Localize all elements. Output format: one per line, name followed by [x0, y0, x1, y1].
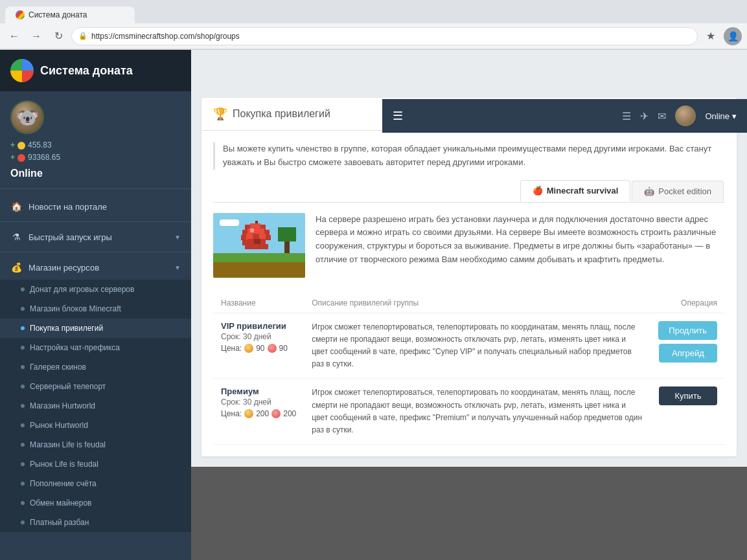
sidebar: Система доната 🐨 + 455.83 + 93368.65 Onl… [0, 50, 191, 560]
submenu-item-miners-exchange[interactable]: Обмен майнеров [0, 493, 191, 513]
submenu-label-skins: Галерея скинов [30, 363, 86, 372]
server-info: На сервере разрешено играть без установк… [213, 213, 725, 278]
server-image [213, 213, 305, 278]
home-icon: 🏠 [10, 201, 22, 212]
table-row: VIP привилегии Срок: 30 дней Цена: 90 [213, 313, 725, 379]
mail-icon[interactable]: ✉ [658, 110, 666, 122]
header-right: ☰ ✈ ✉ Online ▾ [622, 106, 737, 126]
submenu-item-skins[interactable]: Галерея скинов [0, 357, 191, 377]
nav-section: 🏠 Новости на портале ⚗ Быстрый запуск иг… [0, 189, 191, 537]
submenu-label-top-up: Пополнение счёта [30, 479, 97, 488]
balance-plus-2: + [10, 151, 15, 164]
avatar: 🐨 [10, 100, 44, 134]
dot-icon [21, 521, 25, 524]
svg-rect-1 [220, 219, 239, 226]
browser-toolbar: ← → ↻ 🔒 https://cmsminecraftshop.com/sho… [0, 23, 747, 49]
submenu-label-paid-ban: Платный разбан [30, 518, 89, 527]
sidebar-item-label-resource-shop: Магазин ресурсов [29, 263, 99, 273]
premium-price-label: Цена: [221, 409, 242, 418]
sidebar-item-quicklaunch[interactable]: ⚗ Быстрый запуск игры ▼ [0, 225, 191, 249]
col-header-desc: Описание привилегий группы [304, 293, 650, 313]
tab-pocket-edition[interactable]: 🤖 Pocket edition [632, 181, 724, 201]
vip-desc-cell: Игрок сможет телепортироваться, телепорт… [304, 313, 650, 379]
premium-price-gems: 200 [283, 409, 296, 418]
back-button[interactable]: ← [5, 27, 23, 45]
svg-rect-14 [259, 229, 264, 234]
sidebar-item-news[interactable]: 🏠 Новости на портале [0, 194, 191, 219]
premium-price: Цена: 200 200 [221, 409, 296, 418]
col-header-name: Название [213, 293, 304, 313]
submenu-item-life-feudal-shop[interactable]: Магазин Life is feudal [0, 435, 191, 454]
app-layout: Система доната 🐨 + 455.83 + 93368.65 Onl… [0, 50, 747, 560]
submenu-label-hurtworld-shop: Магазин Hurtworld [30, 401, 95, 410]
premium-info-cell: Премиум Срок: 30 дней Цена: 200 [213, 379, 304, 445]
svg-rect-5 [278, 227, 296, 241]
header-username: Online [705, 111, 730, 121]
send-icon[interactable]: ✈ [640, 110, 649, 122]
vip-info-cell: VIP привилегии Срок: 30 дней Цена: 90 [213, 313, 304, 379]
svg-rect-24 [260, 239, 266, 244]
profile-button[interactable]: 👤 [724, 27, 742, 45]
dot-icon [21, 365, 25, 369]
col-header-action: Операция [650, 293, 725, 313]
list-icon[interactable]: ☰ [622, 110, 631, 122]
forward-button[interactable]: → [27, 27, 45, 45]
submenu-item-hurtworld-market[interactable]: Рынок Hurtworld [0, 416, 191, 435]
buy-button[interactable]: Купить [659, 386, 717, 405]
header-chevron-icon: ▾ [732, 111, 737, 121]
header-avatar[interactable] [675, 106, 696, 126]
card-body: Вы можете купить членство в группе, кото… [201, 131, 737, 456]
submenu-item-privileges[interactable]: Покупка привилегий [0, 319, 191, 338]
hamburger-icon[interactable]: ☰ [393, 109, 403, 123]
tab-favicon [16, 10, 25, 19]
svg-rect-16 [241, 235, 246, 240]
tab-minecraft-survival[interactable]: 🍎 Minecraft survival [520, 180, 631, 202]
apple-icon: 🍎 [533, 186, 543, 196]
submenu-item-blocks[interactable]: Магазин блоков Minecraft [0, 299, 191, 319]
premium-term-label: Срок: [221, 398, 241, 407]
svg-rect-26 [250, 229, 254, 232]
balance-row-1: + 455.83 [10, 139, 181, 151]
user-name: Online [10, 168, 181, 179]
browser-tab-active[interactable]: Система доната [5, 6, 135, 23]
chevron-down-icon: ▼ [174, 234, 181, 241]
submenu-item-teleport[interactable]: Серверный телепорт [0, 377, 191, 396]
balance-row-2: + 93368.65 [10, 151, 181, 164]
balance-plus-1: + [10, 139, 15, 151]
vip-term: Срок: 30 дней [221, 332, 296, 341]
submenu-item-paid-ban[interactable]: Платный разбан [0, 513, 191, 532]
site-title: Система доната [40, 64, 133, 78]
submenu-item-donate[interactable]: Донат для игровых серверов [0, 280, 191, 299]
sidebar-item-resource-shop[interactable]: 💰 Магазин ресурсов ▼ [0, 255, 191, 280]
user-balance: + 455.83 + 93368.65 [10, 139, 181, 164]
reload-button[interactable]: ↻ [49, 27, 67, 45]
header-user[interactable]: Online ▾ [705, 111, 737, 121]
prolong-button[interactable]: Продлить [658, 321, 717, 340]
upgrade-button[interactable]: Апгрейд [659, 344, 717, 363]
table-body: VIP привилегии Срок: 30 дней Цена: 90 [213, 313, 725, 445]
vip-actions: Продлить Апгрейд [658, 321, 717, 363]
submenu-item-top-up[interactable]: Пополнение счёта [0, 474, 191, 493]
minecraft-image [213, 213, 305, 278]
dot-icon [21, 443, 25, 447]
submenu-resource-shop: Донат для игровых серверов Магазин блоко… [0, 280, 191, 532]
bookmark-button[interactable]: ★ [702, 27, 720, 45]
submenu-label-teleport: Серверный телепорт [30, 382, 106, 391]
submenu-label-life-feudal-shop: Магазин Life is feudal [30, 440, 106, 449]
vip-price: Цена: 90 90 [221, 344, 296, 353]
premium-name: Премиум [221, 386, 296, 396]
avatar-image: 🐨 [12, 102, 43, 133]
address-bar[interactable]: 🔒 https://cmsminecraftshop.com/shop/grou… [71, 27, 698, 45]
submenu-item-life-feudal-market[interactable]: Рынок Life is feudal [0, 454, 191, 474]
vip-name: VIP привилегии [221, 321, 296, 331]
dot-icon [21, 307, 25, 311]
submenu-item-hurtworld-shop[interactable]: Магазин Hurtworld [0, 396, 191, 416]
table-row: Премиум Срок: 30 дней Цена: 200 [213, 379, 725, 445]
vip-price-gems: 90 [279, 344, 288, 353]
server-desc: На сервере разрешено играть без установк… [316, 213, 725, 278]
submenu-item-chat-prefix[interactable]: Настройка чат-префикса [0, 338, 191, 357]
nav-divider-2 [0, 252, 191, 252]
browser-chrome: Система доната ← → ↻ 🔒 https://cmsminecr… [0, 0, 747, 50]
premium-term-value: 30 дней [243, 398, 271, 407]
dot-icon [21, 423, 25, 427]
